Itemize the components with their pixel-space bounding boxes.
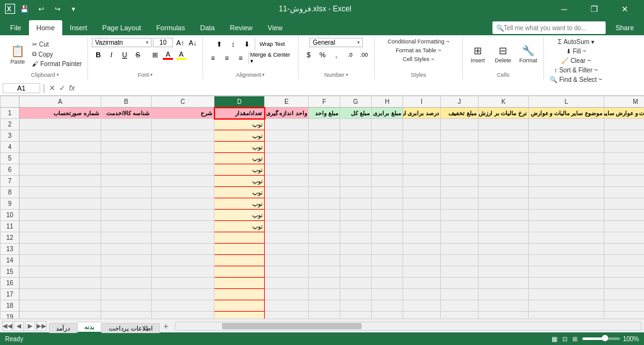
fill-button[interactable]: ⬇ Fill ~	[564, 47, 588, 55]
search-input[interactable]	[504, 25, 598, 31]
cell-H1[interactable]: مبلغ برابری ارز با ریال	[372, 108, 403, 119]
cell-D8[interactable]: توپ	[214, 187, 265, 198]
cell-C2[interactable]	[152, 119, 214, 130]
col-header-H[interactable]: H	[372, 96, 403, 108]
font-dialog-btn[interactable]: ▾	[150, 72, 153, 77]
cell-D6[interactable]: توپ	[214, 164, 265, 176]
cell-E1[interactable]: واحد اندازه گیری	[265, 108, 309, 119]
decimal-increase-btn[interactable]: .0	[344, 48, 357, 61]
cell-reference-box[interactable]: A1	[3, 83, 40, 93]
col-header-I[interactable]: I	[403, 96, 441, 108]
align-right-btn[interactable]: ≡	[235, 52, 247, 64]
cell-L2[interactable]	[529, 119, 604, 130]
cell-D11[interactable]: توپ	[214, 221, 265, 232]
wrap-text-btn[interactable]: Wrap Text	[257, 38, 288, 50]
borders-button[interactable]: ⊞	[148, 48, 161, 61]
tab-file[interactable]: File	[3, 20, 29, 35]
align-bottom-btn[interactable]: ⬇	[241, 38, 253, 50]
grow-font-btn[interactable]: A↑	[174, 38, 186, 47]
align-left-btn[interactable]: ≡	[207, 52, 219, 64]
decimal-decrease-btn[interactable]: .00	[358, 48, 370, 61]
bold-button[interactable]: B	[92, 48, 104, 61]
col-header-D[interactable]: D	[214, 96, 265, 108]
cell-A2[interactable]	[19, 119, 101, 130]
cell-styles-btn[interactable]: Cell Styles ~	[401, 55, 436, 63]
shrink-font-btn[interactable]: A↓	[187, 38, 199, 47]
comma-btn[interactable]: ,	[330, 48, 343, 61]
zoom-bar[interactable]	[582, 337, 620, 340]
col-header-F[interactable]: F	[309, 96, 340, 108]
cell-G1[interactable]: مبلغ کل	[340, 108, 372, 119]
sheet-tab-body[interactable]: بدنه	[77, 322, 101, 333]
col-header-E[interactable]: E	[265, 96, 309, 108]
tab-insert[interactable]: Insert	[62, 20, 95, 35]
align-middle-btn[interactable]: ↕	[227, 38, 240, 50]
sort-filter-button[interactable]: ↕ Sort & Filter ~	[552, 66, 599, 74]
align-center-btn[interactable]: ≡	[221, 52, 233, 64]
align-top-btn[interactable]: ⬆	[213, 38, 226, 50]
clear-button[interactable]: 🧹 Clear ~	[559, 57, 593, 65]
col-header-J[interactable]: J	[441, 96, 479, 108]
cell-D4[interactable]: توپ	[214, 142, 265, 153]
share-button[interactable]: Share	[611, 23, 639, 33]
search-box[interactable]: 🔍	[492, 21, 606, 34]
insert-function-btn[interactable]: fx	[68, 84, 76, 93]
fill-color-button[interactable]: A	[162, 48, 174, 61]
scroll-sheet-right-btn[interactable]: ▶	[25, 321, 35, 331]
cell-I2[interactable]	[403, 119, 441, 130]
scroll-sheets-left-btn[interactable]: ◀◀	[3, 321, 13, 331]
tab-data[interactable]: Data	[192, 20, 222, 35]
font-name-selector[interactable]: Vazirmatn ▾	[92, 38, 152, 47]
cell-L1[interactable]: موضوع سایر مالیات و عوارض و موضوع سایر	[529, 108, 604, 119]
tab-formulas[interactable]: Formulas	[148, 20, 192, 35]
cancel-formula-btn[interactable]: ✕	[48, 84, 57, 93]
delete-button[interactable]: ⊟ Delete	[492, 43, 514, 65]
cell-D7[interactable]: توپ	[214, 176, 265, 187]
percent-btn[interactable]: %	[316, 48, 329, 61]
cell-F2[interactable]	[309, 119, 340, 130]
cell-G2[interactable]	[340, 119, 372, 130]
alignment-dialog-btn[interactable]: ▾	[262, 72, 265, 77]
cell-D10[interactable]: توپ	[214, 210, 265, 221]
tab-view[interactable]: View	[260, 20, 291, 35]
col-header-M[interactable]: M	[604, 96, 645, 108]
col-header-G[interactable]: G	[340, 96, 372, 108]
redo-quick-btn[interactable]: ↪	[50, 2, 64, 16]
customize-qat-btn[interactable]: ▾	[67, 2, 80, 16]
cell-F1[interactable]: مبلغ واحد	[309, 108, 340, 119]
cell-K2[interactable]	[479, 119, 529, 130]
conditional-formatting-btn[interactable]: Conditional Formatting ~	[386, 38, 451, 45]
add-sheet-btn[interactable]: +	[160, 320, 172, 332]
accounting-btn[interactable]: $	[303, 48, 315, 61]
col-header-B[interactable]: B	[101, 96, 152, 108]
col-header-A[interactable]: A	[19, 96, 101, 108]
save-quick-btn[interactable]: 💾	[18, 2, 31, 16]
scroll-sheets-right-btn[interactable]: ▶▶	[36, 321, 47, 331]
cell-I1[interactable]: درصد برابری ارز افزوده	[403, 108, 441, 119]
cell-J1[interactable]: مبلغ تخفیف	[441, 108, 479, 119]
formula-input[interactable]	[79, 84, 641, 92]
tab-page-layout[interactable]: Page Layout	[95, 20, 149, 35]
horizontal-scrollbar[interactable]	[175, 322, 641, 331]
strikethrough-button[interactable]: S	[131, 48, 144, 61]
cell-M2[interactable]	[604, 119, 645, 130]
close-btn[interactable]: ✕	[610, 0, 639, 18]
clipboard-dialog-btn[interactable]: ▾	[57, 72, 59, 77]
cell-J2[interactable]	[441, 119, 479, 130]
cell-B2[interactable]	[101, 119, 152, 130]
paste-button[interactable]: 📋 Paste	[6, 43, 29, 66]
undo-quick-btn[interactable]: ↩	[34, 2, 48, 16]
number-format-selector[interactable]: General ▾	[309, 38, 363, 47]
confirm-formula-btn[interactable]: ✓	[58, 84, 67, 93]
col-header-K[interactable]: K	[479, 96, 529, 108]
format-painter-button[interactable]: 🖌 Format Painter	[30, 60, 84, 68]
find-select-button[interactable]: 🔍 Find & Select ~	[548, 76, 604, 84]
cut-button[interactable]: ✂ Cut	[30, 40, 84, 48]
format-table-btn[interactable]: Format as Table ~	[394, 47, 443, 54]
cell-H2[interactable]	[372, 119, 403, 130]
grid-scroll-area[interactable]: A B C D E F G H I J K L M N O	[0, 96, 644, 319]
cell-E2[interactable]	[265, 119, 309, 130]
number-dialog-btn[interactable]: ▾	[346, 72, 348, 77]
autosum-button[interactable]: Σ AutoSum ▾	[556, 38, 596, 46]
tab-review[interactable]: Review	[222, 20, 260, 35]
